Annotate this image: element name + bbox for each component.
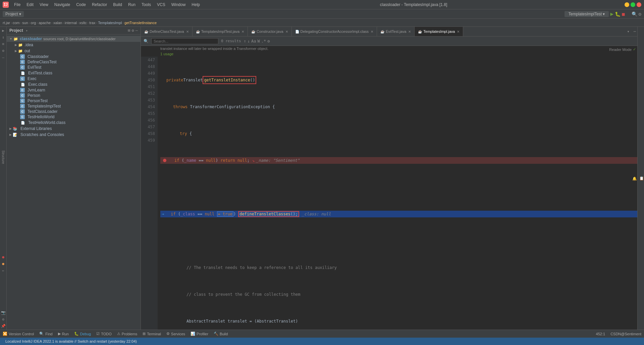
right-icon-1[interactable]: 📋 bbox=[639, 176, 644, 181]
tree-out[interactable]: ▶ 📁 out bbox=[7, 48, 141, 54]
breakpoint-450[interactable] bbox=[163, 159, 166, 162]
project-dropdown[interactable]: ▾ bbox=[26, 29, 28, 32]
tree-testhelloworld[interactable]: C TestHelloWorld bbox=[7, 114, 141, 120]
sidebar-close-btn[interactable]: – bbox=[136, 28, 138, 33]
tree-scratches[interactable]: ▶ 📝 Scratches and Consoles bbox=[7, 132, 141, 138]
close-button[interactable] bbox=[637, 2, 641, 7]
search-filter-btn[interactable]: ⚙ bbox=[267, 39, 270, 44]
menu-vcs[interactable]: VCS bbox=[154, 2, 168, 8]
tree-ext-libs[interactable]: ▶ 📚 External Libraries bbox=[7, 126, 141, 132]
run-button[interactable]: ▶ bbox=[610, 11, 613, 17]
run-config-selector[interactable]: TemplatesImplTest ▾ bbox=[565, 11, 609, 17]
tab-constructor[interactable]: ☕ Constructor.java ✕ bbox=[248, 27, 291, 36]
tree-classloader[interactable]: C Classloader bbox=[7, 54, 141, 59]
tree-testhelloworld-class[interactable]: 📄 TestHelloWorld.class bbox=[7, 120, 141, 126]
tab-close-1[interactable]: ✕ bbox=[186, 30, 189, 33]
tree-exec[interactable]: C Exec bbox=[7, 76, 141, 81]
bookmark-orange[interactable]: ● bbox=[1, 261, 6, 266]
tree-persontest[interactable]: C PersonTest bbox=[7, 98, 141, 104]
tab-close-5[interactable]: ✕ bbox=[408, 30, 411, 33]
project-selector[interactable]: Project ▾ bbox=[3, 11, 24, 17]
sidebar-collapse-btn[interactable]: ⊞ bbox=[128, 28, 130, 33]
menu-refactor[interactable]: Refactor bbox=[89, 2, 110, 8]
tree-jvmlearn[interactable]: C JvmLearn bbox=[7, 87, 141, 93]
tree-eviltest-class[interactable]: 📄 EvilTest.class bbox=[7, 70, 141, 76]
bc-trax[interactable]: trax bbox=[89, 21, 95, 25]
tree-defineclasstest[interactable]: C DefineClassTest bbox=[7, 59, 141, 65]
tab-more-btn[interactable]: ▾ bbox=[625, 29, 632, 34]
bc-xalan[interactable]: xalan bbox=[53, 21, 62, 25]
status-run[interactable]: ▶ Run bbox=[58, 332, 69, 336]
bc-sun[interactable]: sun bbox=[22, 21, 28, 25]
pin-icon[interactable]: 📌 bbox=[1, 324, 6, 328]
tab-eviltest[interactable]: ☕ EvilTest.java ✕ bbox=[377, 27, 415, 36]
bookmark-icon-2[interactable]: ↕ bbox=[1, 35, 6, 40]
tab-overflow-btn[interactable]: ⋯ bbox=[632, 29, 637, 34]
reader-mode-btn[interactable]: Reader Mode ✓ bbox=[609, 47, 636, 52]
tab-close-6[interactable]: ✕ bbox=[457, 30, 460, 33]
sidebar-settings-btn[interactable]: ⚙ bbox=[132, 28, 134, 33]
tab-close-2[interactable]: ✕ bbox=[241, 30, 244, 33]
camera-icon[interactable]: 📷 bbox=[1, 310, 6, 315]
bookmark-icon-4[interactable]: ⚙ bbox=[1, 48, 6, 53]
tree-root[interactable]: ▼ 📁 classloader sources root, D:/java/un… bbox=[7, 36, 141, 42]
debug-run-button[interactable]: 🐛 bbox=[615, 11, 621, 17]
search-everywhere-btn[interactable]: 🔍 bbox=[632, 11, 637, 17]
menu-edit[interactable]: Edit bbox=[24, 2, 36, 8]
search-word-btn[interactable]: W bbox=[258, 39, 260, 44]
tab-close-3[interactable]: ✕ bbox=[285, 30, 288, 33]
tree-eviltest[interactable]: C EvilTest bbox=[7, 65, 141, 70]
search-input[interactable] bbox=[151, 38, 218, 44]
status-version-control[interactable]: 🔀 Version Control bbox=[3, 332, 34, 336]
bc-rtjar[interactable]: rt.jar bbox=[3, 21, 10, 25]
bc-com[interactable]: com bbox=[13, 21, 20, 25]
settings-icon-2[interactable]: ⚙ bbox=[1, 317, 6, 322]
menu-help[interactable]: Help bbox=[189, 2, 203, 8]
status-terminal[interactable]: ⊞ Terminal bbox=[143, 332, 161, 336]
status-todo[interactable]: ☑ TODO bbox=[96, 332, 112, 336]
bookmark-red[interactable]: ● bbox=[1, 255, 6, 259]
code-lines[interactable]: private Translet getTransletInstance() t… bbox=[158, 57, 637, 330]
tab-delegating[interactable]: 📄 DelegatingConstructorAccessorImpl.clas… bbox=[292, 27, 377, 36]
tree-exec-class[interactable]: 📄 Exec.class bbox=[7, 81, 141, 87]
status-debug[interactable]: 🐛 Debug bbox=[74, 332, 91, 336]
minimize-button[interactable] bbox=[625, 2, 629, 7]
status-services[interactable]: ⚙ Services bbox=[166, 332, 185, 336]
tab-templatesimpl[interactable]: ☕ TemplatesImpl.java ✕ bbox=[415, 27, 463, 36]
bc-internal[interactable]: internal bbox=[65, 21, 77, 25]
menu-window[interactable]: Window bbox=[169, 2, 189, 8]
tree-testclassloader[interactable]: C TestClassLoader bbox=[7, 109, 141, 114]
menu-view[interactable]: View bbox=[37, 2, 51, 8]
tree-templatesimpltest[interactable]: C TemplatesImplTest bbox=[7, 104, 141, 109]
menu-code[interactable]: Code bbox=[73, 2, 89, 8]
bookmark-icon-3[interactable]: ≡ bbox=[1, 42, 6, 46]
bc-method[interactable]: getTransletInstance bbox=[124, 21, 157, 25]
menu-file[interactable]: File bbox=[11, 2, 23, 8]
structure-icon[interactable]: Structure bbox=[1, 155, 6, 159]
status-profiler[interactable]: 📊 Profiler bbox=[191, 332, 208, 336]
bookmark-icon-1[interactable]: ▶ bbox=[1, 28, 6, 33]
menu-navigate[interactable]: Navigate bbox=[52, 2, 73, 8]
tab-defineclasstest[interactable]: ☕ DefineClassTest.java ✕ bbox=[141, 27, 193, 36]
menu-tools[interactable]: Tools bbox=[139, 2, 154, 8]
bc-xsltc[interactable]: xsltc bbox=[79, 21, 87, 25]
settings-btn[interactable]: ⚙ bbox=[639, 11, 641, 17]
search-next-btn[interactable]: ↓ bbox=[248, 39, 250, 44]
tab-templatesimpltest[interactable]: ☕ TemplatesImplTest.java ✕ bbox=[193, 27, 248, 36]
bookmark-icon-5[interactable]: – bbox=[1, 55, 6, 60]
menu-build[interactable]: Build bbox=[110, 2, 125, 8]
menu-run[interactable]: Run bbox=[125, 2, 138, 8]
bookmark-pencil[interactable]: ✏ bbox=[1, 268, 6, 273]
code-content[interactable]: 447 448 449 450 451 452 453 454 455 456 bbox=[141, 57, 637, 330]
search-case-btn[interactable]: Aa bbox=[251, 39, 256, 44]
maximize-button[interactable] bbox=[631, 2, 635, 7]
search-regex-btn[interactable]: .* bbox=[261, 39, 266, 44]
status-build[interactable]: 🔨 Build bbox=[214, 332, 228, 336]
tab-close-4[interactable]: ✕ bbox=[371, 30, 373, 33]
tree-person[interactable]: C Person bbox=[7, 93, 141, 98]
bc-class[interactable]: TemplatesImpl bbox=[98, 21, 122, 25]
status-problems[interactable]: ⚠ Problems bbox=[117, 332, 137, 336]
search-prev-btn[interactable]: ↑ bbox=[244, 39, 246, 44]
status-find[interactable]: 🔍 Find bbox=[39, 332, 52, 336]
stop-button[interactable]: ■ bbox=[622, 11, 625, 17]
